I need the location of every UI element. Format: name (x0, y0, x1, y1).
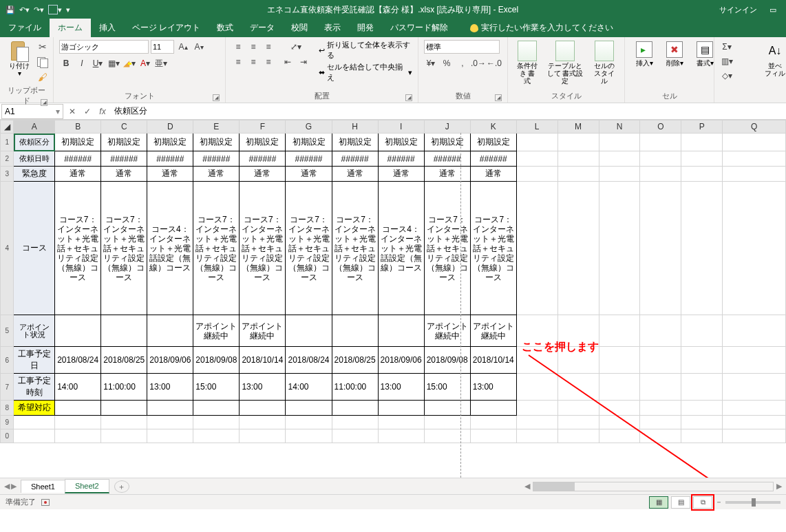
row-label-cell[interactable]: 緊急度 (14, 167, 55, 182)
cell[interactable] (599, 374, 640, 401)
zoom-thumb[interactable] (752, 498, 756, 507)
cell[interactable]: 通常 (378, 167, 424, 182)
cell[interactable]: ###### (470, 151, 516, 167)
tab-developer[interactable]: 開発 (349, 19, 382, 37)
table-row[interactable]: 7工事予定時刻14:0011:00:0013:0015:0013:0014:00… (1, 374, 786, 401)
cell[interactable] (240, 429, 286, 443)
bold-button[interactable]: B (59, 56, 73, 70)
cell[interactable]: アポイント継続中 (424, 315, 470, 347)
cell[interactable]: コース7：インターネット＋光電話＋セキュリティ設定（無線）コース (240, 182, 286, 315)
cell[interactable] (640, 315, 681, 347)
cell[interactable]: 初期設定 (378, 134, 424, 151)
cell[interactable] (599, 151, 640, 167)
cell[interactable] (470, 429, 516, 443)
autosum-button[interactable]: Σ▾ (720, 40, 734, 54)
cell[interactable] (378, 315, 424, 347)
cell[interactable]: 2018/09/06 (147, 347, 193, 374)
cell[interactable]: コース7：インターネット＋光電話＋セキュリティ設定（無線）コース (286, 182, 332, 315)
cell[interactable] (332, 401, 378, 416)
cell[interactable] (147, 429, 193, 443)
font-dialog-launcher[interactable]: ◢ (213, 94, 220, 101)
cell[interactable] (640, 401, 681, 416)
col-header[interactable]: B (55, 120, 101, 134)
col-header[interactable]: D (147, 120, 193, 134)
formula-input[interactable] (110, 104, 786, 119)
orientation-button[interactable]: ⤢▾ (289, 40, 303, 54)
cell[interactable] (101, 401, 147, 416)
cell[interactable]: 初期設定 (147, 134, 193, 151)
underline-button[interactable]: U▾ (91, 56, 105, 70)
col-header[interactable]: F (240, 120, 286, 134)
cell[interactable] (681, 182, 723, 315)
cell[interactable] (723, 182, 786, 315)
cell[interactable] (640, 167, 681, 182)
tab-password[interactable]: パスワード解除 (382, 19, 456, 37)
cell[interactable]: アポイント継続中 (193, 315, 240, 347)
cell[interactable] (723, 315, 786, 347)
cell[interactable] (516, 151, 557, 167)
row-label-cell[interactable]: 工事予定日 (14, 347, 55, 374)
cell[interactable]: コース4：インターネット＋光電話設定（無線）コース (378, 182, 424, 315)
cell[interactable] (286, 401, 332, 416)
cell[interactable] (332, 315, 378, 347)
row-label-cell[interactable]: 工事予定時刻 (14, 374, 55, 401)
row-label-cell[interactable]: コース (14, 182, 55, 315)
cell[interactable]: 2018/10/14 (240, 347, 286, 374)
row-label-cell[interactable] (14, 429, 55, 443)
cell[interactable] (723, 134, 786, 151)
table-row[interactable]: 1依頼区分初期設定初期設定初期設定初期設定初期設定初期設定初期設定初期設定初期設… (1, 134, 786, 151)
cell[interactable]: 11:00:00 (332, 374, 378, 401)
col-header[interactable]: P (681, 120, 723, 134)
cell[interactable] (101, 429, 147, 443)
increase-decimal-button[interactable]: .0→ (471, 56, 485, 70)
cell[interactable]: 13:00 (240, 374, 286, 401)
cell[interactable]: 13:00 (378, 374, 424, 401)
align-dialog-launcher[interactable]: ◢ (405, 94, 412, 101)
cell[interactable]: ###### (286, 151, 332, 167)
ribbon-display-options-icon[interactable]: ▭ (769, 6, 776, 14)
cell[interactable]: ###### (424, 151, 470, 167)
cell[interactable]: ###### (193, 151, 240, 167)
cell[interactable] (640, 429, 681, 443)
clipboard-dialog-launcher[interactable]: ◢ (41, 99, 47, 106)
cell[interactable] (557, 182, 599, 315)
table-row[interactable]: 9 (1, 416, 786, 429)
cell[interactable]: アポイント継続中 (470, 315, 516, 347)
percent-button[interactable]: % (440, 56, 454, 70)
page-break-preview-button[interactable]: ⧉ (693, 496, 712, 509)
cell[interactable] (516, 167, 557, 182)
cell[interactable] (332, 429, 378, 443)
cell[interactable] (557, 416, 599, 429)
row-header[interactable]: 2 (1, 151, 14, 167)
cell[interactable]: アポイント継続中 (240, 315, 286, 347)
cell[interactable] (516, 134, 557, 151)
align-right-button[interactable]: ≡ (262, 55, 275, 69)
cell[interactable]: 初期設定 (101, 134, 147, 151)
cell[interactable] (557, 134, 599, 151)
cell[interactable]: 11:00:00 (101, 374, 147, 401)
row-label-cell[interactable]: 依頼日時 (14, 151, 55, 167)
cell[interactable] (193, 429, 240, 443)
cell[interactable]: 2018/08/24 (286, 347, 332, 374)
fill-color-button[interactable]: ◢▾ (123, 56, 136, 70)
format-painter-button[interactable]: 🖌 (36, 70, 50, 84)
col-header[interactable]: C (101, 120, 147, 134)
insert-cells-button[interactable]: 挿入▾ (630, 40, 658, 68)
cell[interactable]: 通常 (332, 167, 378, 182)
cell[interactable] (599, 134, 640, 151)
cell-styles-button[interactable]: セルの スタイル (589, 40, 619, 86)
cell[interactable] (193, 401, 240, 416)
wrap-text-button[interactable]: ↩折り返して全体を表示する (319, 40, 412, 61)
cell[interactable] (516, 374, 557, 401)
col-header[interactable]: N (599, 120, 640, 134)
cell[interactable] (378, 401, 424, 416)
align-top-button[interactable]: ≡ (231, 40, 245, 54)
sheet-tab-sheet2[interactable]: Sheet2 (65, 479, 109, 493)
comma-button[interactable]: , (456, 56, 469, 70)
undo-icon[interactable]: ↶▾ (19, 6, 30, 14)
row-header[interactable]: 5 (1, 315, 14, 347)
hscroll-left-icon[interactable]: ◀ (524, 482, 530, 491)
cell[interactable] (516, 347, 557, 374)
cell[interactable] (557, 347, 599, 374)
column-headers[interactable]: ◢ A B C D E F G H I J K L M N O P Q (1, 120, 786, 134)
